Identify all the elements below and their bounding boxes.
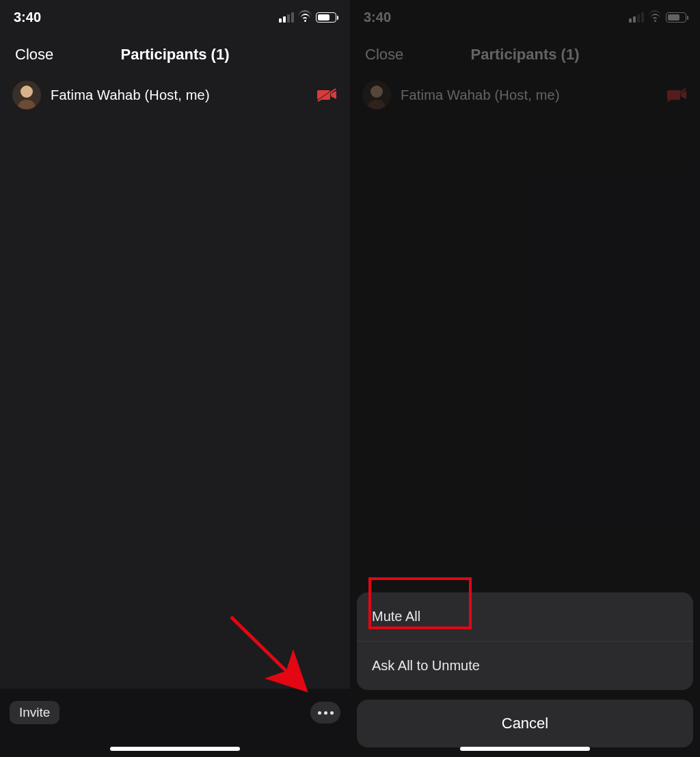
ask-all-to-unmute-option[interactable]: Ask All to Unmute (357, 642, 693, 690)
page-title: Participants (1) (121, 46, 230, 64)
phone-screen-right: 3:40 Close Participants (1) (350, 0, 700, 757)
cellular-signal-icon (279, 12, 294, 23)
annotation-arrow (226, 611, 314, 700)
page-title: Participants (1) (471, 46, 580, 64)
svg-line-4 (231, 617, 301, 685)
nav-bar: Close Participants (1) (0, 34, 350, 75)
action-sheet: Mute All Ask All to Unmute Cancel (357, 592, 693, 747)
battery-icon (666, 12, 686, 23)
close-button[interactable]: Close (365, 46, 403, 64)
status-indicators (629, 12, 686, 23)
home-indicator[interactable] (110, 747, 240, 751)
more-button[interactable] (310, 702, 340, 724)
svg-point-6 (371, 85, 383, 98)
nav-bar: Close Participants (1) (350, 34, 700, 75)
camera-off-icon (317, 87, 338, 102)
participant-row[interactable]: Fatima Wahab (Host, me) (0, 75, 350, 115)
participant-row[interactable]: Fatima Wahab (Host, me) (350, 75, 700, 115)
participant-name: Fatima Wahab (Host, me) (401, 87, 658, 103)
camera-off-icon (667, 87, 688, 102)
close-button[interactable]: Close (15, 46, 53, 64)
wifi-icon (648, 12, 662, 23)
phone-screen-left: 3:40 Close Participants (1) (0, 0, 350, 757)
status-indicators (279, 12, 336, 23)
cellular-signal-icon (629, 12, 644, 23)
status-bar: 3:40 (0, 0, 350, 34)
status-time: 3:40 (14, 10, 41, 25)
participant-name: Fatima Wahab (Host, me) (51, 87, 308, 103)
status-time: 3:40 (364, 10, 391, 25)
svg-point-1 (21, 85, 33, 98)
action-sheet-group: Mute All Ask All to Unmute (357, 592, 693, 690)
wifi-icon (298, 12, 312, 23)
cancel-button[interactable]: Cancel (357, 700, 693, 747)
avatar (362, 81, 391, 109)
home-indicator[interactable] (460, 747, 590, 751)
battery-icon (316, 12, 336, 23)
invite-button[interactable]: Invite (10, 701, 59, 724)
mute-all-option[interactable]: Mute All (357, 592, 693, 642)
status-bar: 3:40 (350, 0, 700, 34)
avatar (12, 81, 41, 109)
